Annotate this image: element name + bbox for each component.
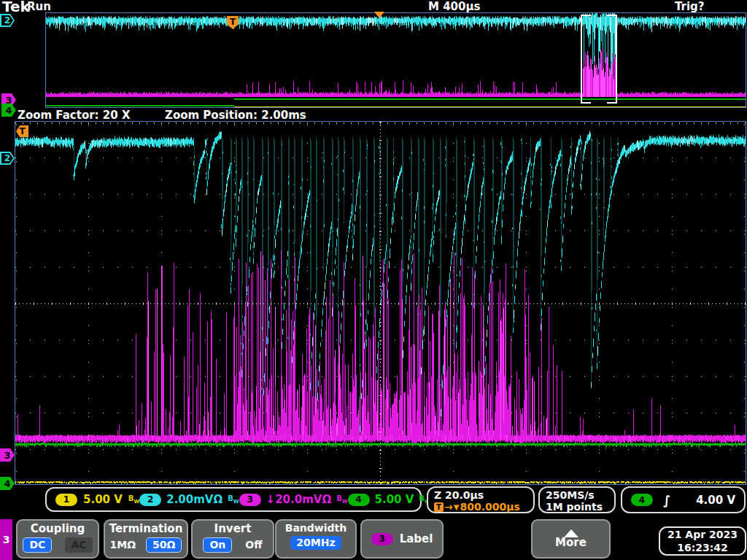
ch3-readout: 3 ↓20.0mVΩ BW [239,493,348,506]
label-panel[interactable]: 3 Label [360,519,444,559]
trigger-slope-icon: ∫ [663,493,670,508]
acquisition-readout: 250MS/s 1M points [538,486,616,513]
invert-off-button[interactable]: Off [245,537,262,553]
timebase-readout: M 400µs [428,0,480,13]
ch1-scale: 5.00 V [83,493,123,506]
termination-title: Termination [109,522,183,535]
trigger-status: Trig? [675,0,705,13]
record-length: 1M points [546,501,608,513]
ch3-scale: ↓20.0mVΩ [266,493,332,506]
delay-marker-icon: ▼ [454,503,460,511]
invert-title: Invert [214,522,252,535]
ch4-position-badge-overview[interactable]: 4 [1,104,16,117]
bandwidth-panel[interactable]: Bandwidth 20MHz [275,519,357,559]
ch4-readout: 4 5.00 V BW [348,493,430,506]
trigger-level: 4.00 V [696,494,735,507]
more-panel[interactable]: More [531,519,611,559]
datetime-display: 21 Apr 2023 16:23:42 [659,526,746,556]
termination-1mohm-button[interactable]: 1MΩ [110,537,136,553]
ch2-readout: 2 2.00mVΩ BW [139,493,239,506]
more-button[interactable]: More [555,536,587,549]
bandwidth-20mhz-button[interactable]: 20MHz [290,536,341,550]
ch3-bandwidth-icon: BW [336,495,347,505]
zoom-scale-value: Z 20.0µs [434,489,527,501]
ch2-bandwidth-icon: BW [228,495,239,505]
ch3-position-badge-main[interactable]: 3 [0,448,15,462]
ch2-scale: 2.00mVΩ [166,493,222,506]
termination-panel[interactable]: Termination 1MΩ 50Ω [104,519,188,559]
channel-readouts-group: 1 5.00 V BW 2 2.00mVΩ BW 3 ↓20.0mVΩ BW 4… [45,487,422,512]
zoom-factor-label: Zoom Factor: 20 X [18,109,130,122]
ch4-badge: 4 [348,494,370,506]
termination-50ohm-button[interactable]: 50Ω [146,537,182,553]
main-canvas [15,122,746,484]
ch2-position-badge-overview[interactable]: 2 [0,14,15,27]
ch1-badge: 1 [55,494,77,506]
date-value: 21 Apr 2023 [667,528,738,541]
ch2-position-badge-main[interactable]: 2 [0,152,15,165]
zoom-position-label: Zoom Position: 2.00ms [165,109,306,122]
time-value: 16:23:42 [677,541,728,554]
delay-readout: T → ▼ 800.000µs [434,501,527,513]
invert-on-button[interactable]: On [203,537,232,553]
ch4-position-badge-main[interactable]: 4 [0,477,15,490]
zoom-timebase-readout: Z 20.0µs T → ▼ 800.000µs [427,486,535,513]
oscilloscope-screen: Tek Run M 400µs Trig? 2 T 3 4 Zoom Facto… [0,0,747,560]
coupling-panel[interactable]: Coupling DC AC [16,519,99,559]
coupling-ac-button[interactable]: AC [65,537,92,553]
trigger-readout: 4 ∫ 4.00 V [621,486,746,513]
trigger-source-badge: 4 [631,494,653,506]
acquisition-status: Run [27,0,51,13]
ch3-menu-tab: 3 [0,519,12,560]
label-title[interactable]: Label [400,532,433,545]
label-ch3-badge: 3 [371,533,393,545]
arrow-icon: → [444,501,453,513]
coupling-dc-button[interactable]: DC [23,537,52,553]
ch2-badge: 2 [139,494,161,506]
expansion-point-marker-icon [374,12,384,18]
ch4-scale: 5.00 V [375,493,414,506]
bandwidth-title: Bandwidth [285,522,347,534]
overview-window [45,12,746,108]
ch1-readout: 1 5.00 V BW [55,493,139,506]
coupling-title: Coupling [31,522,85,535]
sample-rate: 250MS/s [546,489,608,501]
overview-canvas [46,13,746,107]
delay-value: 800.000µs [460,501,519,513]
tek-logo: Tek [2,0,30,15]
trigger-t-icon: T [434,502,444,512]
main-window [15,121,746,485]
ch3-badge: 3 [239,494,261,506]
ch1-bandwidth-icon: BW [128,495,139,505]
invert-panel[interactable]: Invert On Off [191,519,274,559]
